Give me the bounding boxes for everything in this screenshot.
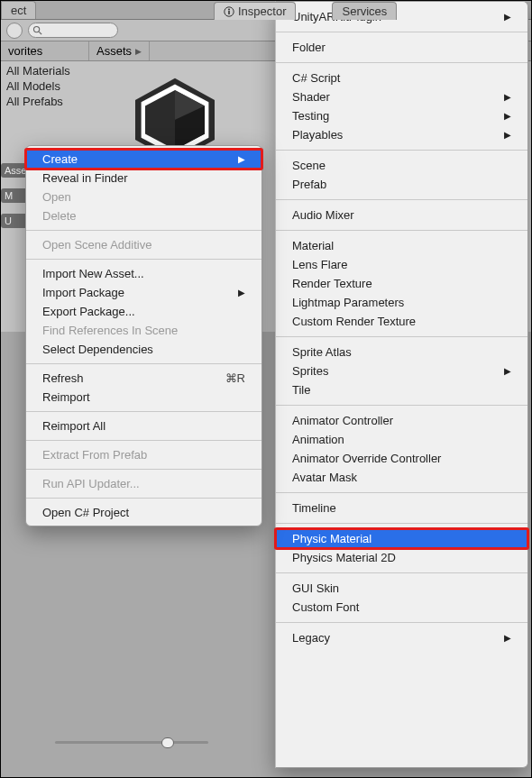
create-submenu-item[interactable]: Tile xyxy=(276,380,527,399)
menu-separator xyxy=(26,498,261,499)
create-submenu-item[interactable]: Render Texture xyxy=(276,274,527,293)
tree-assets-header[interactable]: Assets xyxy=(1,163,28,178)
create-dropdown-button[interactable] xyxy=(6,23,23,39)
slider-thumb[interactable] xyxy=(161,737,174,748)
breadcrumb-favorites[interactable]: vorites xyxy=(1,41,89,60)
menu-item-label: Open Scene Additive xyxy=(42,238,151,252)
menu-separator xyxy=(26,411,261,412)
create-submenu-item[interactable]: Material xyxy=(276,236,527,255)
create-submenu-item[interactable]: Lightmap Parameters xyxy=(276,293,527,312)
chevron-right-icon: ▶ xyxy=(504,12,511,22)
tree-item[interactable]: M xyxy=(1,188,28,203)
create-submenu-item[interactable]: GUI Skin xyxy=(276,579,527,598)
breadcrumb-assets[interactable]: Assets ▶ xyxy=(89,41,150,60)
create-submenu-item[interactable]: Playables▶ xyxy=(276,125,527,144)
tab-inspector[interactable]: Inspector xyxy=(214,2,296,20)
context-menu-item[interactable]: Export Package... xyxy=(26,302,261,321)
menu-item-label: C# Script xyxy=(292,71,340,85)
menu-item-label: Testing xyxy=(292,109,329,123)
context-menu-item[interactable]: Reimport xyxy=(26,388,261,407)
menu-separator xyxy=(276,572,527,573)
create-submenu-item[interactable]: Physics Material 2D xyxy=(276,548,527,567)
menu-item-label: Reimport All xyxy=(42,419,105,433)
chevron-right-icon: ▶ xyxy=(238,288,245,297)
favorites-item[interactable]: All Prefabs xyxy=(1,94,89,109)
favorites-item[interactable]: All Materials xyxy=(1,63,89,78)
create-submenu-item[interactable]: Testing▶ xyxy=(276,106,527,125)
menu-item-label: Export Package... xyxy=(42,305,135,318)
menu-item-label: Import Package xyxy=(42,286,124,299)
context-menu-item: Open Scene Additive xyxy=(26,235,261,254)
context-menu-item[interactable]: Import New Asset... xyxy=(26,264,261,283)
menu-item-label: Select Dependencies xyxy=(42,343,153,356)
menu-separator xyxy=(26,259,261,260)
create-submenu-item[interactable]: Scene xyxy=(276,156,527,175)
context-menu-item[interactable]: Select Dependencies xyxy=(26,340,261,359)
create-submenu-item[interactable]: Animator Override Controller xyxy=(276,449,527,468)
menu-item-label: Animator Override Controller xyxy=(292,452,441,465)
create-submenu-item[interactable]: Folder xyxy=(276,38,527,57)
create-submenu-item[interactable]: Animation xyxy=(276,430,527,449)
create-submenu-item[interactable]: Shader▶ xyxy=(276,87,527,106)
menu-item-label: Refresh xyxy=(42,371,84,385)
tab-project[interactable]: ect xyxy=(1,1,36,19)
create-submenu-item[interactable]: Avatar Mask xyxy=(276,468,527,487)
menu-item-label: Animator Controller xyxy=(292,414,393,427)
create-submenu-item[interactable]: Sprites▶ xyxy=(276,362,527,380)
context-menu-item[interactable]: Create▶ xyxy=(26,150,261,169)
menu-separator xyxy=(26,440,261,441)
chevron-right-icon: ▶ xyxy=(504,92,511,102)
favorites-item[interactable]: All Models xyxy=(1,78,89,94)
menu-item-label: Lightmap Parameters xyxy=(292,296,404,309)
create-submenu-item[interactable]: Physic Material xyxy=(276,529,527,548)
menu-item-label: Sprite Atlas xyxy=(292,345,352,359)
create-submenu-item[interactable]: Animator Controller xyxy=(276,411,527,430)
create-submenu-item[interactable]: Timeline xyxy=(276,499,527,517)
create-submenu-item[interactable]: Legacy▶ xyxy=(276,628,527,647)
context-menu-item[interactable]: Reveal in Finder xyxy=(26,169,261,188)
menu-separator xyxy=(276,32,527,32)
create-submenu-item[interactable]: C# Script xyxy=(276,69,527,87)
menu-item-label: Delete xyxy=(42,209,77,223)
menu-item-label: Avatar Mask xyxy=(292,471,357,484)
menu-item-label: GUI Skin xyxy=(292,581,339,595)
menu-separator xyxy=(276,230,527,231)
menu-separator xyxy=(276,336,527,337)
info-icon xyxy=(224,6,234,17)
tab-services-label: Services xyxy=(342,5,387,18)
chevron-right-icon: ▶ xyxy=(504,633,511,643)
create-submenu-item[interactable]: Lens Flare xyxy=(276,255,527,274)
context-menu-item: Delete xyxy=(26,206,261,225)
context-menu-item[interactable]: Import Package▶ xyxy=(26,283,261,302)
icon-size-slider[interactable] xyxy=(55,736,208,748)
tree-item[interactable]: U xyxy=(1,214,28,228)
menu-separator xyxy=(276,405,527,406)
context-menu-item[interactable]: Reimport All xyxy=(26,416,261,435)
menu-item-label: Scene xyxy=(292,159,326,172)
context-menu-item: Run API Updater... xyxy=(26,474,261,493)
context-menu-item[interactable]: Open C# Project xyxy=(26,503,261,522)
context-menu-item[interactable]: Refresh⌘R xyxy=(26,369,261,388)
menu-item-label: Physic Material xyxy=(292,532,371,545)
context-menu-item: Open xyxy=(26,188,261,206)
create-submenu-item[interactable]: Sprite Atlas xyxy=(276,343,527,362)
create-submenu-item[interactable]: Custom Font xyxy=(276,598,527,617)
menu-item-label: Custom Font xyxy=(292,600,359,614)
create-submenu-item[interactable]: Audio Mixer xyxy=(276,206,527,224)
menu-item-label: Lens Flare xyxy=(292,258,347,271)
search-icon xyxy=(32,25,42,35)
project-context-menu: Create▶Reveal in FinderOpenDeleteOpen Sc… xyxy=(25,145,262,526)
context-menu-item: Find References In Scene xyxy=(26,321,261,340)
menu-item-label: Shader xyxy=(292,90,330,104)
menu-item-label: Extract From Prefab xyxy=(42,448,147,462)
menu-item-label: Prefab xyxy=(292,178,326,191)
create-submenu-item[interactable]: Custom Render Texture xyxy=(276,312,527,331)
menu-item-label: Reveal in Finder xyxy=(42,171,128,185)
menu-item-label: Reimport xyxy=(42,390,90,404)
svg-rect-2 xyxy=(228,11,230,14)
tab-services[interactable]: Services xyxy=(332,2,397,20)
search-input[interactable] xyxy=(28,23,118,38)
tab-project-label: ect xyxy=(11,4,26,17)
create-submenu-item[interactable]: Prefab xyxy=(276,175,527,194)
menu-item-label: Open C# Project xyxy=(42,506,129,519)
